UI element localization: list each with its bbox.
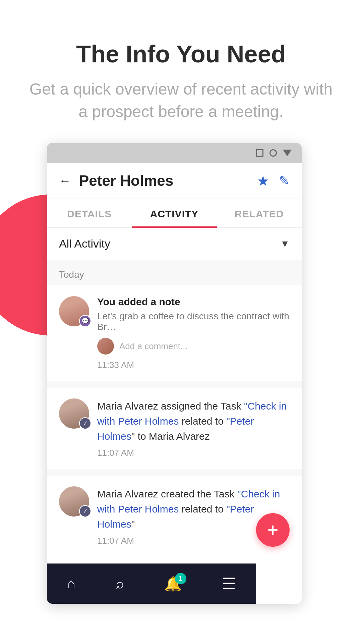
edit-button[interactable]: ✎ [279, 173, 290, 188]
tabs: DETAILS ACTIVITY RELATED [47, 199, 302, 228]
contact-name: Peter Holmes [79, 172, 173, 189]
activity-preview: Let's grab a coffee to discuss the contr… [97, 311, 290, 332]
chat-icon: 💬 [81, 317, 89, 325]
status-icon-square [256, 149, 263, 157]
status-icon-circle [269, 149, 277, 157]
desc-text-2: related to [179, 416, 226, 427]
comment-placeholder[interactable]: Add a comment... [119, 341, 188, 352]
nav-notifications[interactable]: 🔔 1 [164, 576, 182, 592]
phone-mockup: ← Peter Holmes ★ ✎ DETAILS ACTIVITY RELA… [47, 143, 302, 604]
plus-icon: + [267, 521, 279, 539]
status-bar [47, 143, 302, 163]
bottom-nav: ⌂ ⌕ 🔔 1 ☰ [47, 564, 256, 604]
nav-search[interactable]: ⌕ [116, 576, 124, 592]
comment-avatar [97, 338, 114, 355]
activity-content: You added a note Let's grab a coffee to … [97, 296, 290, 370]
main-title: The Info You Need [27, 40, 335, 68]
avatar-wrap: 💬 [59, 296, 89, 326]
section-date-today: Today [47, 260, 302, 285]
badge-note: 💬 [79, 315, 91, 327]
header-right: ★ ✎ [257, 173, 290, 189]
activity-time: 11:33 AM [97, 360, 290, 370]
activity-row: 💬 You added a note Let's grab a coffee t… [59, 296, 290, 370]
avatar-wrap: ✓ [59, 398, 89, 429]
avatar-wrap: ✓ [59, 486, 89, 517]
app-header: ← Peter Holmes ★ ✎ [47, 163, 302, 199]
desc-text-3: " to Maria Alvarez [131, 431, 210, 442]
back-button[interactable]: ← [59, 174, 71, 188]
desc-text-6: " [131, 519, 135, 530]
tab-details[interactable]: DETAILS [47, 199, 132, 227]
fab-add-button[interactable]: + [256, 513, 290, 547]
filter-bar[interactable]: All Activity ▼ [47, 228, 302, 260]
nav-menu[interactable]: ☰ [222, 574, 236, 593]
main-subtitle: Get a quick overview of recent activity … [27, 78, 335, 123]
activity-time: 11:07 AM [97, 448, 290, 458]
filter-label: All Activity [59, 237, 110, 250]
star-button[interactable]: ★ [257, 173, 269, 189]
activity-desc-assign: Maria Alvarez assigned the Task "Check i… [97, 398, 290, 444]
comment-row: Add a comment... [97, 338, 290, 355]
desc-text-4: Maria Alvarez created the Task [97, 488, 237, 499]
activity-content: Maria Alvarez assigned the Task "Check i… [97, 398, 290, 458]
desc-text-5: related to [179, 503, 226, 515]
home-icon: ⌂ [67, 576, 75, 592]
activity-item-task-assign: ✓ Maria Alvarez assigned the Task "Check… [47, 388, 302, 469]
notification-badge: 1 [175, 573, 186, 584]
header-left: ← Peter Holmes [59, 172, 173, 189]
tab-related[interactable]: RELATED [217, 199, 302, 227]
activity-row: ✓ Maria Alvarez created the Task "Check … [59, 486, 290, 546]
badge-task-2: ✓ [79, 505, 91, 517]
activity-title: You added a note [97, 296, 290, 308]
menu-icon: ☰ [222, 574, 236, 593]
dropdown-arrow-icon: ▼ [280, 238, 290, 249]
status-icon-triangle [283, 150, 292, 156]
nav-home[interactable]: ⌂ [67, 576, 75, 592]
tab-activity[interactable]: ACTIVITY [132, 199, 217, 227]
checkmark-icon-2: ✓ [83, 507, 88, 515]
search-icon: ⌕ [116, 576, 124, 592]
desc-text-1: Maria Alvarez assigned the Task [97, 400, 244, 412]
badge-task: ✓ [79, 417, 91, 429]
checkmark-icon: ✓ [83, 420, 88, 427]
activity-row: ✓ Maria Alvarez assigned the Task "Check… [59, 398, 290, 458]
activity-item-note: 💬 You added a note Let's grab a coffee t… [47, 285, 302, 381]
activity-list: Today 💬 You added a note Let's grab a co… [47, 260, 302, 557]
top-section: The Info You Need Get a quick overview o… [0, 0, 362, 143]
